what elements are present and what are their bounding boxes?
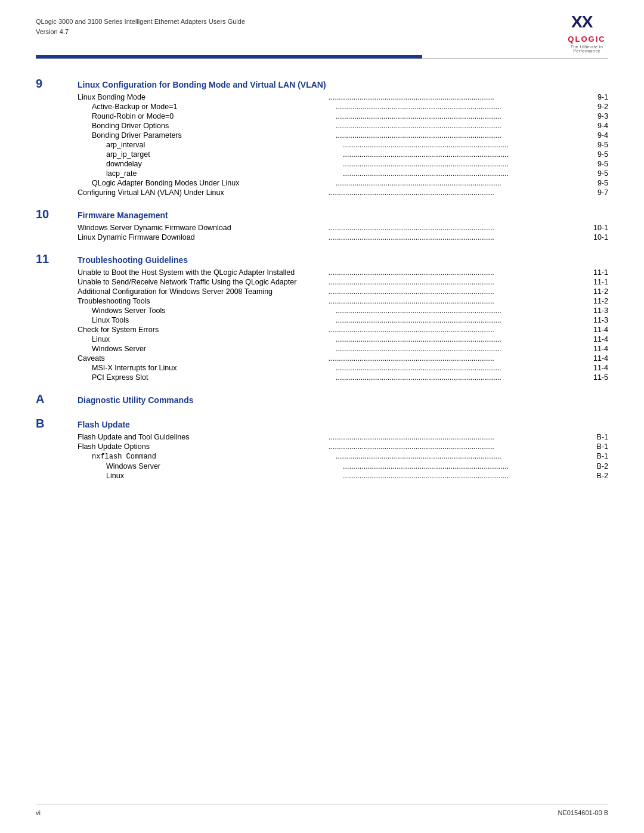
toc-dots: ........................................… [336,179,577,187]
toc-entry: Active-Backup or Mode=1.................… [78,103,608,111]
toc-entries: Linux Bonding Mode......................… [78,93,608,197]
toc-entry: Linux Dynamic Firmware Download.........… [78,233,608,241]
toc-dots: ........................................… [336,316,577,324]
chapter-num: 10 [36,208,78,221]
toc-entry-label: Bonding Driver Options [78,122,333,130]
toc-page-num: 11-1 [580,278,608,286]
footer: vi NE0154601-00 B [36,804,608,816]
toc-page-num: 11-4 [580,326,608,334]
toc-entry-label: Linux Bonding Mode [78,93,326,101]
toc-entry: Linux Bonding Mode......................… [78,93,608,101]
toc-entry: Round-Robin or Mode=0...................… [78,112,608,120]
toc-entry: Windows Server Dynamic Firmware Download… [78,224,608,232]
header: QLogic 3000 and 3100 Series Intelligent … [0,0,644,48]
toc-dots: ........................................… [329,93,577,101]
toc-page-num: B-1 [580,452,608,460]
toc-entry-label: arp_ip_target [78,150,340,159]
toc-dots: ........................................… [343,462,577,470]
toc-page-num: 10-1 [580,224,608,232]
toc-page-num: 9-4 [580,122,608,130]
toc-entry-label: downdelay [78,160,340,168]
toc-dots: ........................................… [336,373,577,382]
toc-entry-label: QLogic Adapter Bonding Modes Under Linux [78,179,333,187]
toc-entry-label: nxflash Command [78,453,333,461]
toc-entry-label: Windows Server [78,345,333,353]
toc-dots: ........................................… [336,103,577,111]
chapter-title: Firmware Management [78,210,608,220]
toc-entry: nxflash Command.........................… [78,452,608,461]
footer-doc-id: NE0154601-00 B [558,809,608,816]
toc-entry-label: Troubleshooting Tools [78,297,326,305]
toc-entry-label: Round-Robin or Mode=0 [78,112,333,120]
toc-page-num: 11-3 [580,316,608,324]
header-line1: QLogic 3000 and 3100 Series Intelligent … [36,17,245,27]
toc-dots: ........................................… [329,233,577,241]
toc-dots: ........................................… [329,433,577,441]
header-text: QLogic 3000 and 3100 Series Intelligent … [36,17,245,36]
toc-entry: Unable to Boot the Host System with the … [78,268,608,277]
toc-entry: MSI-X Interrupts for Linux..............… [78,364,608,372]
footer-page-num: vi [36,809,41,816]
toc-dots: ........................................… [329,287,577,296]
toc-entry-label: Caveats [78,354,326,363]
toc-entry: Windows Server..........................… [78,345,608,353]
toc-entry: Troubleshooting Tools...................… [78,297,608,305]
toc-entry: Linux...................................… [78,335,608,343]
toc-section-9: 9Linux Configuration for Bonding Mode an… [36,77,608,197]
toc-entry-label: Check for System Errors [78,326,326,334]
toc-dots: ........................................… [329,442,577,451]
toc-page-num: B-1 [580,433,608,441]
toc-entry-label: Unable to Boot the Host System with the … [78,268,326,277]
toc-dots: ........................................… [329,326,577,334]
chapter-title: Linux Configuration for Bonding Mode and… [78,80,608,89]
toc-entry-label: Flash Update Options [78,442,326,451]
toc-page-num: 9-5 [580,160,608,168]
toc-entry-label: Windows Server Tools [78,306,333,315]
toc-entry: Linux...................................… [78,472,608,480]
toc-page-num: 11-4 [580,335,608,343]
toc-section-11: 11Troubleshooting GuidelinesUnable to Bo… [36,252,608,382]
toc-page-num: 11-1 [580,268,608,277]
toc-page-num: 11-3 [580,306,608,315]
toc-page-num: 10-1 [580,233,608,241]
toc-dots: ........................................… [336,122,577,130]
toc-entry: Additional Configuration for Windows Ser… [78,287,608,296]
toc-page-num: 11-2 [580,297,608,305]
toc-section-10: 10Firmware ManagementWindows Server Dyna… [36,208,608,241]
toc-page-num: 9-5 [580,141,608,149]
toc-dots: ........................................… [329,354,577,363]
toc-dots: ........................................… [329,224,577,232]
toc-entry: QLogic Adapter Bonding Modes Under Linux… [78,179,608,187]
toc-page-num: 9-2 [580,103,608,111]
toc-page-num: B-2 [580,462,608,470]
toc-entry: Flash Update and Tool Guidelines........… [78,433,608,441]
toc-entry-label: arp_interval [78,141,340,149]
toc-page-num: 9-1 [580,93,608,101]
toc-section-a: ADiagnostic Utility Commands [36,392,608,406]
toc-page-num: 11-4 [580,345,608,353]
toc-dots: ........................................… [336,364,577,372]
logo-area: XX QLOGIC The Ultimate in Performance [565,17,608,48]
chapter-num: 11 [36,252,78,266]
toc-entry-label: Linux Tools [78,316,333,324]
toc-dots: ........................................… [329,297,577,305]
toc-page-num: 11-4 [580,364,608,372]
toc-entry: Bonding Driver Parameters...............… [78,131,608,140]
toc-dots: ........................................… [336,112,577,120]
toc-page-num: 9-5 [580,179,608,187]
chapter-num: 9 [36,77,78,91]
logo-box: XX QLOGIC The Ultimate in Performance [565,17,608,48]
toc-dots: ........................................… [336,335,577,343]
chapter-num: B [36,417,78,431]
toc-entry-label: MSI-X Interrupts for Linux [78,364,333,372]
toc-entry-label: Active-Backup or Mode=1 [78,103,333,111]
toc-dots: ........................................… [336,452,577,460]
toc-dots: ........................................… [343,141,577,149]
toc-page-num: 9-5 [580,150,608,159]
toc-page-num: B-1 [580,442,608,451]
toc-entry: Check for System Errors.................… [78,326,608,334]
toc-dots: ........................................… [343,169,577,178]
toc-page-num: 9-4 [580,131,608,140]
toc-dots: ........................................… [336,345,577,353]
chapter-row-10: 10Firmware Management [36,208,608,221]
